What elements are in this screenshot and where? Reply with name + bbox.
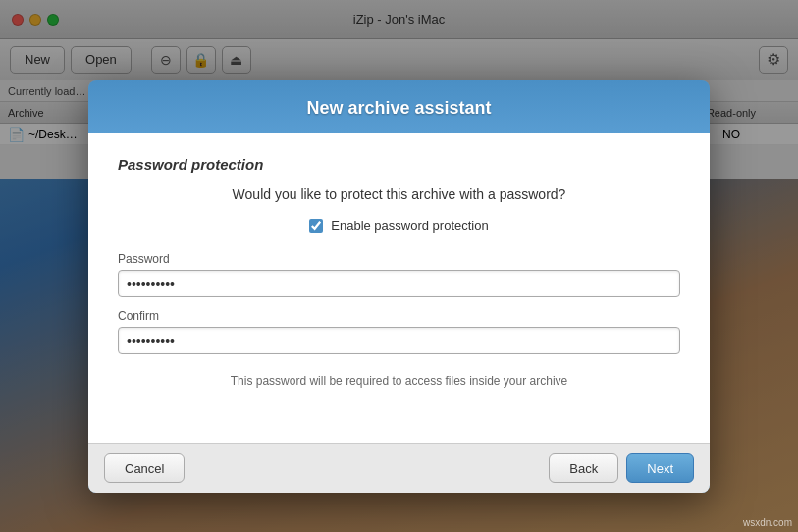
confirm-field-group: Confirm (118, 309, 680, 354)
back-button[interactable]: Back (549, 453, 618, 483)
new-archive-dialog: New archive assistant Password protectio… (88, 80, 710, 493)
cancel-button[interactable]: Cancel (104, 453, 185, 483)
dialog-question: Would you like to protect this archive w… (118, 186, 680, 202)
next-button[interactable]: Next (626, 453, 694, 483)
dialog-title: New archive assistant (88, 80, 710, 133)
dialog-body: Password protection Would you like to pr… (88, 133, 710, 443)
watermark: wsxdn.com (743, 517, 792, 528)
enable-password-checkbox[interactable] (309, 219, 323, 233)
enable-password-row: Enable password protection (118, 218, 680, 233)
password-hint: This password will be required to access… (118, 374, 680, 388)
password-input[interactable] (118, 270, 680, 297)
confirm-label: Confirm (118, 309, 680, 323)
password-label: Password (118, 252, 680, 266)
password-field-group: Password (118, 252, 680, 297)
dialog-footer: Cancel Back Next (88, 443, 710, 493)
confirm-input[interactable] (118, 327, 680, 354)
section-title: Password protection (118, 156, 680, 173)
footer-right-buttons: Back Next (549, 453, 694, 483)
enable-password-label[interactable]: Enable password protection (331, 218, 488, 233)
